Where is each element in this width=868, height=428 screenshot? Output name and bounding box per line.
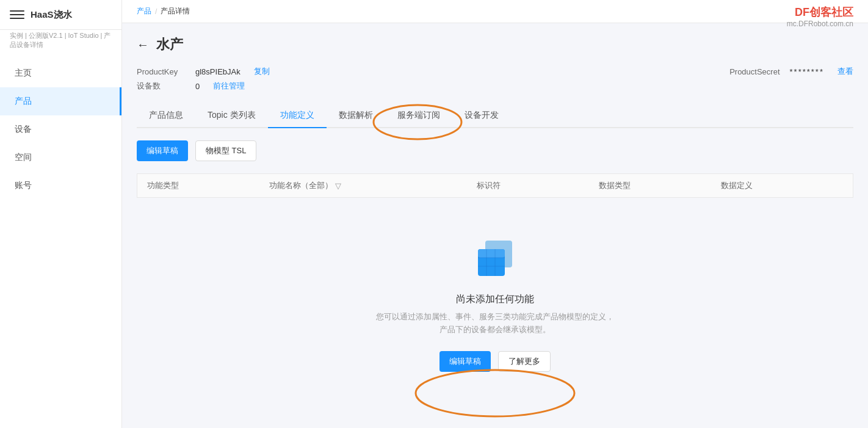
col-func-type: 功能类型 xyxy=(147,180,269,191)
page-title: 水产 xyxy=(156,35,183,54)
breadcrumb-product[interactable]: 产品 xyxy=(137,6,151,16)
breadcrumb-current: 产品详情 xyxy=(161,6,190,16)
table-header: 功能类型 功能名称（全部） ▽ 标识符 数据类型 数据定义 xyxy=(137,173,853,198)
empty-edit-draft-button[interactable]: 编辑草稿 xyxy=(439,351,491,372)
meta-row-device-count: 设备数 0 前往管理 xyxy=(137,81,853,92)
sidebar-item-account[interactable]: 账号 xyxy=(0,172,121,200)
product-key-label: ProductKey xyxy=(137,67,186,76)
breadcrumb: 产品 / 产品详情 xyxy=(137,6,853,16)
brand-name: DF创客社区 xyxy=(787,5,853,20)
brand: DF创客社区 mc.DFRobot.com.cn xyxy=(787,5,853,28)
tab-data-parse[interactable]: 数据解析 xyxy=(327,104,385,128)
sidebar-nav: 主页 产品 设备 空间 账号 xyxy=(0,59,121,200)
tab-function-def[interactable]: 功能定义 xyxy=(268,104,327,128)
tab-device-dev[interactable]: 设备开发 xyxy=(452,104,511,128)
col-data-def: 数据定义 xyxy=(721,180,843,191)
sidebar-item-home[interactable]: 主页 xyxy=(0,59,121,87)
brand-url: mc.DFRobot.com.cn xyxy=(787,20,853,28)
empty-learn-more-button[interactable]: 了解更多 xyxy=(498,351,551,372)
sidebar-item-space[interactable]: 空间 xyxy=(0,143,121,172)
svg-rect-3 xyxy=(478,249,505,258)
sidebar-item-product[interactable]: 产品 xyxy=(0,87,121,115)
device-count-label: 设备数 xyxy=(137,81,186,92)
device-count-value: 0 xyxy=(195,82,200,91)
tab-service-sub[interactable]: 服务端订阅 xyxy=(385,104,452,128)
empty-actions: 编辑草稿 了解更多 xyxy=(439,351,551,372)
main-header: 产品 / 产品详情 xyxy=(122,0,868,23)
page-body: ← 水产 ProductKey gl8sPIEbJAk 复制 ProductSe… xyxy=(122,23,868,428)
meta-right: ProductSecret ******** 查看 xyxy=(729,66,853,77)
sidebar: HaaS浇水 实例 | 公测版V2.1 | IoT Studio | 产品设备详… xyxy=(0,0,122,428)
sidebar-header: HaaS浇水 xyxy=(0,0,121,30)
breadcrumb-sep: / xyxy=(155,7,157,16)
copy-button[interactable]: 复制 xyxy=(254,66,270,77)
empty-state: 尚未添加任何功能 您可以通过添加属性、事件、服务三类功能完成产品物模型的定义，产… xyxy=(137,198,853,408)
toolbar: 编辑草稿 物模型 TSL xyxy=(137,140,853,161)
filter-icon[interactable]: ▽ xyxy=(335,181,341,190)
tabs: 产品信息 Topic 类列表 功能定义 数据解析 服务端订阅 设备开发 xyxy=(137,104,853,128)
meta-row-product-key: ProductKey gl8sPIEbJAk 复制 ProductSecret … xyxy=(137,66,853,77)
product-secret-value: ******** xyxy=(790,67,824,76)
col-data-type: 数据类型 xyxy=(599,180,721,191)
empty-title: 尚未添加任何功能 xyxy=(456,293,534,306)
main-content: DF创客社区 mc.DFRobot.com.cn 产品 / 产品详情 ← 水产 … xyxy=(122,0,868,428)
edit-draft-button[interactable]: 编辑草稿 xyxy=(137,140,188,161)
col-identifier: 标识符 xyxy=(477,180,599,191)
manage-link[interactable]: 前往管理 xyxy=(213,81,245,92)
meta-info: ProductKey gl8sPIEbJAk 复制 ProductSecret … xyxy=(137,66,853,92)
empty-state-icon xyxy=(471,234,519,283)
empty-desc: 您可以通过添加属性、事件、服务三类功能完成产品物模型的定义，产品下的设备都会继承… xyxy=(373,311,617,336)
tab-topic-list[interactable]: Topic 类列表 xyxy=(195,104,268,128)
hamburger-icon[interactable] xyxy=(10,7,24,22)
app-subtitle: 实例 | 公测版V2.1 | IoT Studio | 产品设备详情 xyxy=(0,30,121,54)
app-title: HaaS浇水 xyxy=(31,9,72,21)
tab-product-info[interactable]: 产品信息 xyxy=(137,104,195,128)
page-title-row: ← 水产 xyxy=(137,35,853,54)
svg-point-8 xyxy=(416,370,574,416)
view-button[interactable]: 查看 xyxy=(837,66,853,77)
col-func-name: 功能名称（全部） ▽ xyxy=(269,180,477,191)
sidebar-item-device[interactable]: 设备 xyxy=(0,115,121,143)
model-tsl-button[interactable]: 物模型 TSL xyxy=(195,140,256,161)
product-key-value: gl8sPIEbJAk xyxy=(195,67,241,76)
product-secret-label: ProductSecret xyxy=(729,67,779,76)
back-arrow-icon[interactable]: ← xyxy=(137,38,149,52)
